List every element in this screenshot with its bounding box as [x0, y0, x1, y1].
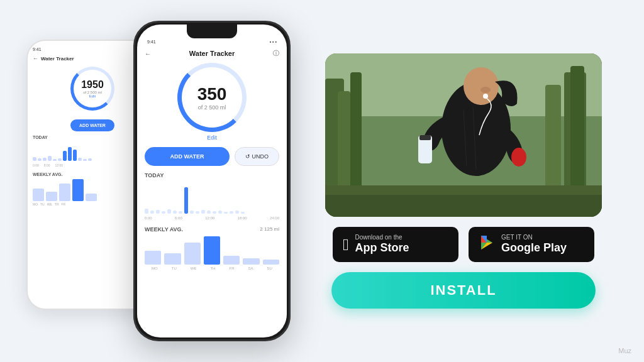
front-status-icons: ▪ ▪ ▪ [270, 40, 277, 44]
apple-icon:  [343, 236, 349, 253]
play-icon [479, 234, 495, 255]
back-status-time: 9:41 [33, 47, 42, 52]
front-phone-title: Water Tracker [151, 50, 273, 57]
google-play-line2: Google Play [501, 241, 567, 255]
google-play-line1: GET IT ON [501, 234, 567, 241]
front-water-unit: of 2 500 ml [198, 104, 226, 111]
front-weekly-label: WEEKLY AVG. [145, 226, 183, 233]
svg-rect-14 [419, 135, 431, 140]
back-phone-title: Water Tracker [41, 56, 74, 62]
phones-section: 9:41 ▪▪▪ ← Water Tracker 1950 of 2 500 m… [26, 21, 291, 341]
phone-front: 9:41 ▪ ▪ ▪ ← Water Tracker ⓘ 350 of 2 50… [133, 21, 291, 341]
front-undo-button[interactable]: ↺ UNDO [235, 147, 279, 166]
back-water-circle: 1950 of 2 500 ml Edit [70, 67, 114, 111]
install-button[interactable]: INSTALL [331, 272, 596, 309]
phone-notch [187, 25, 237, 38]
hero-image [325, 53, 602, 217]
front-status-bar: 9:41 ▪ ▪ ▪ [145, 38, 279, 45]
front-weekly-value: 2 125 ml [260, 226, 279, 233]
front-today-label: TODAY [145, 172, 279, 178]
back-arrow-icon: ← [33, 55, 38, 62]
app-store-line2: App Store [355, 241, 409, 255]
front-water-circle: 350 of 2 500 ml [177, 63, 247, 132]
right-section:  Download on the App Store GET IT O [309, 53, 618, 309]
svg-rect-9 [325, 195, 602, 217]
back-water-amount: 1950 [81, 79, 104, 90]
front-weekly-chart [145, 236, 279, 265]
front-add-water-button[interactable]: ADD WATER [145, 147, 230, 166]
app-store-line1: Download on the [355, 234, 409, 241]
front-weekly-header: WEEKLY AVG. 2 125 ml [145, 226, 279, 233]
back-add-water-button[interactable]: ADD WATER [70, 119, 114, 131]
front-status-time: 9:41 [147, 40, 156, 44]
front-info-icon: ⓘ [273, 49, 279, 58]
store-buttons-container:  Download on the App Store GET IT O [333, 227, 594, 262]
front-edit-label[interactable]: Edit [145, 134, 279, 141]
front-header: ← Water Tracker ⓘ [145, 49, 279, 58]
app-store-text: Download on the App Store [355, 234, 409, 255]
app-store-button[interactable]:  Download on the App Store [333, 227, 458, 262]
main-container: 9:41 ▪▪▪ ← Water Tracker 1950 of 2 500 m… [8, 8, 636, 354]
watermark: Muz [618, 347, 631, 354]
front-weekly-labels: MO TU WE TH FR SA SU [145, 266, 279, 270]
svg-point-12 [480, 87, 491, 93]
svg-point-11 [464, 67, 499, 105]
google-play-button[interactable]: GET IT ON Google Play [469, 227, 594, 262]
front-water-amount: 350 [197, 84, 227, 104]
front-back-icon: ← [145, 50, 151, 57]
front-chart-labels: 0:00 6:00 12:00 18:00 24:00 [145, 216, 279, 220]
google-play-text: GET IT ON Google Play [501, 234, 567, 255]
svg-point-15 [483, 94, 488, 99]
svg-point-16 [511, 148, 526, 167]
front-daily-chart [145, 182, 279, 214]
front-action-buttons: ADD WATER ↺ UNDO [145, 147, 279, 166]
back-edit-label[interactable]: Edit [89, 94, 96, 98]
